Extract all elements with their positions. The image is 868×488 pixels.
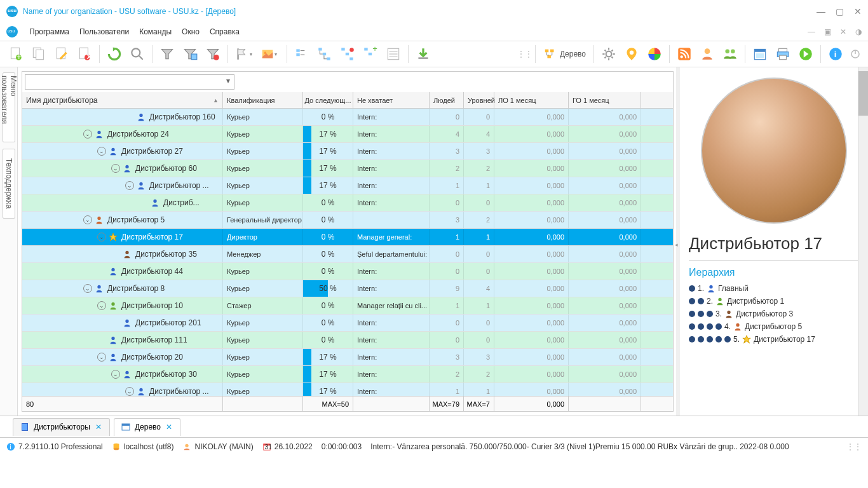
info-button[interactable]: i <box>825 43 846 65</box>
calendar-button[interactable] <box>749 43 771 65</box>
tree-add-button[interactable]: + <box>360 43 381 65</box>
row-go: 0,000 <box>569 263 641 280</box>
menu-Окно[interactable]: Окно <box>177 26 205 37</box>
go-button[interactable] <box>795 43 817 65</box>
table-row[interactable]: ⌄Дистрибьютор 20Курьер17 %Intern:330,000… <box>22 349 673 366</box>
tab-label: Дистрибьюторы <box>34 423 90 431</box>
menu-Справка[interactable]: Справка <box>205 26 245 37</box>
tree-expand-button[interactable] <box>314 43 336 65</box>
tree-view-button[interactable]: Дерево <box>539 43 590 65</box>
flag-button[interactable]: ▾ <box>232 43 254 65</box>
edit-doc-button[interactable] <box>51 43 72 65</box>
svg-point-72 <box>111 354 114 357</box>
hierarchy-row[interactable]: 2. Дистрибьютор 1 <box>689 295 859 308</box>
list-button[interactable] <box>383 43 404 65</box>
table-row[interactable]: Дистрибьютор 111Курьер0 %Intern:000,0000… <box>22 332 673 349</box>
table-row[interactable]: ⌄Дистрибьютор 24Курьер17 %Intern:440,000… <box>22 126 673 143</box>
print-button[interactable] <box>772 43 794 65</box>
table-row[interactable]: ⌄Дистрибьютор 8Курьер50 %Intern:940,0000… <box>22 280 673 297</box>
col-lvl[interactable]: Уровней <box>464 92 494 108</box>
sidetab-support[interactable]: Техподдержка <box>3 149 15 219</box>
tab-close-icon[interactable]: ✕ <box>94 423 103 431</box>
filter-config-button[interactable] <box>179 43 201 65</box>
table-row[interactable]: ⌄Дистрибьютор ...Курьер17 %Intern:110,00… <box>22 383 673 396</box>
col-ppl[interactable]: Людей <box>430 92 464 108</box>
svg-point-59 <box>139 114 142 117</box>
sidetab-user-menu[interactable]: Меню пользователя <box>3 72 15 142</box>
tab-Дерево[interactable]: Дерево✕ <box>114 418 180 436</box>
col-next[interactable]: До следующ... <box>303 92 353 108</box>
table-row[interactable]: ⌄Дистрибьютор 5Генеральный директор0 %32… <box>22 212 673 229</box>
expand-icon[interactable]: ⌄ <box>97 147 106 156</box>
hierarchy-row[interactable]: 1. Главный <box>689 282 859 295</box>
table-row[interactable]: ⌄Дистрибьютор 10Стажер0 %Manager relații… <box>22 297 673 315</box>
expand-icon[interactable]: ⌄ <box>83 130 92 139</box>
download-button[interactable] <box>412 43 434 65</box>
table-row[interactable]: ⌄Дистрибьютор 30Курьер17 %Intern:220,000… <box>22 366 673 383</box>
expand-icon[interactable]: ⌄ <box>97 353 106 362</box>
expand-icon[interactable]: ⌄ <box>97 301 106 310</box>
tab-close-icon[interactable]: ✕ <box>165 423 173 431</box>
maximize-icon[interactable]: ▢ <box>836 6 844 17</box>
scrollbar[interactable] <box>858 67 868 416</box>
tree-config1-button[interactable] <box>291 43 313 65</box>
close-icon[interactable]: ✕ <box>854 6 862 17</box>
menu-Программа[interactable]: Программа <box>24 26 74 37</box>
filter-clear-button[interactable] <box>202 43 224 65</box>
table-row[interactable]: Дистриб...Курьер0 %Intern:000,0000,000 <box>22 194 673 212</box>
col-miss[interactable]: Не хватает <box>353 92 430 108</box>
table-row[interactable]: ⌄Дистрибьютор 17Директор0 %Manager gener… <box>22 229 673 246</box>
table-row[interactable]: ⌄Дистрибьютор 27Курьер17 %Intern:330,000… <box>22 143 673 160</box>
table-row[interactable]: ⌄Дистрибьютор 60Курьер17 %Intern:220,000… <box>22 160 673 177</box>
users-button[interactable] <box>719 43 741 65</box>
copy-doc-button[interactable] <box>28 43 50 65</box>
mdi-close-icon[interactable]: ✕ <box>840 27 846 36</box>
image-button[interactable]: ▾ <box>255 43 283 65</box>
grid-header: Имя дистрибьютора▲ Квалификация До следу… <box>22 92 673 109</box>
col-qual[interactable]: Квалификация <box>223 92 303 108</box>
expand-icon[interactable]: ⌄ <box>83 284 92 293</box>
table-row[interactable]: Дистрибьютор 44Курьер0 %Intern:000,0000,… <box>22 263 673 280</box>
hierarchy-row[interactable]: 4. Дистрибьютор 5 <box>689 320 859 333</box>
new-doc-button[interactable]: + <box>5 43 27 65</box>
location-button[interactable] <box>621 43 642 65</box>
row-ppl: 0 <box>430 194 464 211</box>
col-lo[interactable]: ЛО 1 месяц <box>494 92 569 108</box>
table-row[interactable]: Дистрибьютор 201Курьер0 %Intern:000,0000… <box>22 315 673 332</box>
expand-icon[interactable]: ⌄ <box>125 181 134 190</box>
table-row[interactable]: Дистрибьютор 35Менеджер0 %Șeful departam… <box>22 246 673 263</box>
table-row[interactable]: Дистрибьютор 160Курьер0 %Intern:000,0000… <box>22 109 673 126</box>
search-button[interactable] <box>126 43 148 65</box>
hierarchy-row[interactable]: 3. Дистрибьютор 3 <box>689 308 859 320</box>
table-row[interactable]: ⌄Дистрибьютор ...Курьер17 %Intern:110,00… <box>22 177 673 194</box>
user-button[interactable] <box>696 43 718 65</box>
menu-Команды[interactable]: Команды <box>134 26 177 37</box>
tree-collapse-button[interactable] <box>337 43 358 65</box>
mdi-help-icon[interactable]: ◑ <box>855 27 862 36</box>
expand-icon[interactable]: ⌄ <box>97 233 106 241</box>
tab-Дистрибьюторы[interactable]: Дистрибьюторы✕ <box>13 418 110 436</box>
menu-Пользователи[interactable]: Пользователи <box>74 26 134 37</box>
expand-icon[interactable]: ⌄ <box>111 370 120 379</box>
row-ppl: 2 <box>430 160 464 177</box>
refresh-button[interactable] <box>104 43 125 65</box>
minimize-icon[interactable]: — <box>817 6 825 17</box>
expand-icon[interactable]: ⌄ <box>111 164 120 173</box>
col-name[interactable]: Имя дистрибьютора▲ <box>22 92 223 108</box>
settings-button[interactable] <box>598 43 620 65</box>
col-go[interactable]: ГО 1 месяц <box>569 92 641 108</box>
delete-doc-button[interactable]: ✕ <box>74 43 95 65</box>
color-button[interactable] <box>644 43 665 65</box>
rss-button[interactable] <box>674 43 695 65</box>
expand-icon[interactable]: ⌄ <box>83 215 92 224</box>
filter-dropdown[interactable] <box>25 74 234 90</box>
filter-button[interactable] <box>156 43 178 65</box>
hierarchy-row[interactable]: 5. Дистрибьютор 17 <box>689 333 859 346</box>
mdi-restore-icon[interactable]: ▣ <box>824 27 831 36</box>
mdi-minimize-icon[interactable]: — <box>808 27 815 36</box>
role-icon <box>109 147 118 156</box>
expand-icon[interactable]: ⌄ <box>125 387 134 396</box>
menu-dots-button[interactable]: ⋮⋮ <box>519 43 531 65</box>
power-button[interactable] <box>848 43 863 65</box>
row-go: 0,000 <box>569 109 641 125</box>
